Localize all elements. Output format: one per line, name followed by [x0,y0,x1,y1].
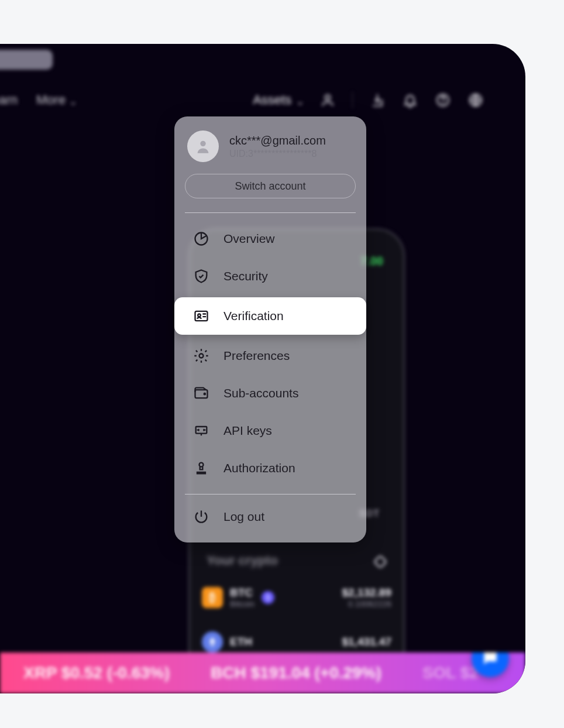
phone-section-title: Your crypto [207,553,278,568]
nav-more[interactable]: More [36,92,77,108]
top-nav: earn More Assets [0,83,525,118]
svg-point-8 [200,141,205,146]
menu-item-apikeys[interactable]: API keys [174,412,366,449]
menu-divider [185,212,356,213]
power-icon [192,507,211,526]
asset-badge: 1 [262,591,274,604]
btc-icon: ₿ [202,587,223,608]
asset-price: $2,132.89 [342,586,391,599]
download-icon[interactable] [369,92,386,108]
ticker-item-bch[interactable]: BCH $191.04 (+0.29%) [211,664,381,682]
menu-item-subaccounts[interactable]: Sub-accounts [174,375,366,412]
switch-account-button[interactable]: Switch account [185,174,356,198]
nav-more-label: More [36,92,66,108]
asset-row-btc[interactable]: ₿ BTC Bitcoin 1 $2,132.89 0.10062226 [202,581,391,614]
stamp-icon [192,459,211,478]
price-ticker: XRP $0.52 (-0.63%) BCH $191.04 (+0.29%) … [0,653,525,693]
rotate-icon[interactable] [372,553,389,571]
svg-point-2 [443,103,443,104]
code-icon [192,421,211,440]
menu-item-security[interactable]: Security [174,257,366,295]
menu-item-preferences[interactable]: Preferences [174,337,366,375]
user-menu-header: ckc***@gmail.com UID:3****************8 [174,116,366,170]
user-email: ckc***@gmail.com [229,134,326,147]
chevron-down-icon [69,96,77,104]
wallet-icon [192,384,211,403]
asset-quantity: 0.10062226 [342,599,391,609]
svg-point-16 [200,463,204,467]
user-icon[interactable] [319,92,336,108]
menu-item-authorization[interactable]: Authorization [174,449,366,487]
user-menu: ckc***@gmail.com UID:3****************8 … [174,116,366,542]
id-card-icon [192,307,211,325]
menu-label: Authorization [223,461,295,475]
nav-assets-label: Assets [253,92,291,108]
bell-icon[interactable] [402,92,418,108]
chevron-down-icon [296,96,304,104]
gear-icon [192,346,211,365]
nav-assets[interactable]: Assets [253,92,304,108]
user-uid: UID:3****************8 [229,149,326,159]
asset-symbol: BTC [230,586,255,599]
app-window: earn More Assets [0,44,525,693]
shield-icon [192,267,211,286]
svg-point-14 [204,393,205,394]
menu-divider [185,494,356,495]
ticker-item-xrp[interactable]: XRP $0.52 (-0.63%) [23,664,170,682]
svg-point-0 [325,95,331,100]
pie-icon [192,229,211,248]
ticker-item-sol[interactable]: SOL $2 [422,664,479,682]
asset-symbol: ETH [230,636,252,648]
menu-label: Security [223,269,268,283]
menu-item-logout[interactable]: Log out [174,498,366,535]
menu-label: Log out [223,510,264,524]
nav-learn[interactable]: earn [0,92,18,108]
globe-icon[interactable] [467,92,484,108]
svg-point-7 [491,656,493,658]
menu-label: Preferences [223,349,290,363]
svg-rect-4 [374,555,386,568]
nav-divider [352,92,353,108]
menu-label: Overview [223,232,275,246]
svg-point-6 [489,656,491,658]
avatar [187,131,219,162]
svg-point-5 [487,656,489,658]
asset-price: $1,431.47 [342,636,391,648]
menu-item-overview[interactable]: Overview [174,220,366,257]
help-icon[interactable] [435,92,451,108]
tab-pill [0,50,53,70]
eth-icon [202,631,223,653]
svg-point-11 [198,314,201,317]
menu-item-verification[interactable]: Verification [174,297,366,335]
svg-point-12 [200,354,204,358]
asset-name: Bitcoin [230,599,255,609]
menu-label: Verification [223,309,284,323]
menu-label: Sub-accounts [223,386,298,400]
menu-label: API keys [223,424,272,438]
